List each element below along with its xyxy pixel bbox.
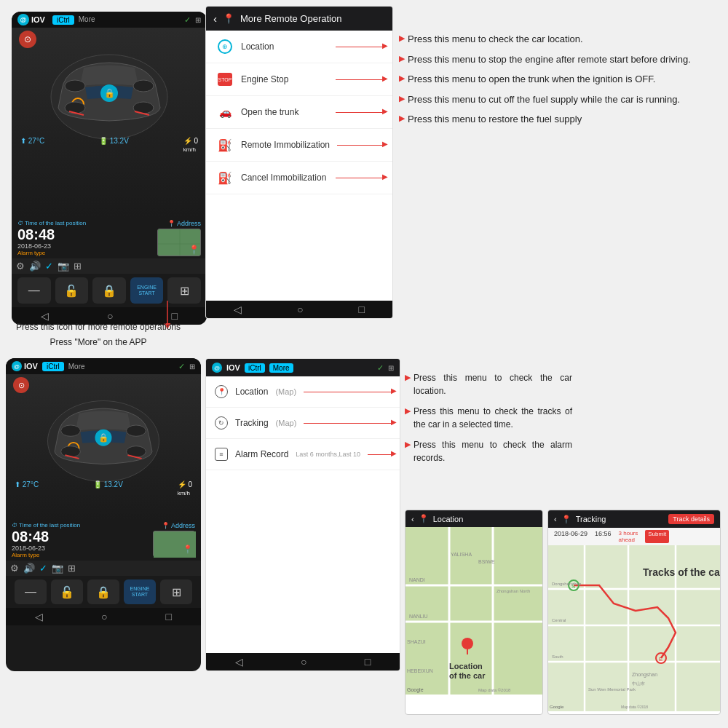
bottom-more-tab[interactable]: More bbox=[68, 363, 85, 371]
svg-point-5 bbox=[65, 80, 85, 92]
bottom-alarm-desc-row: ▶ Press this menu to check the alarm rec… bbox=[405, 438, 572, 464]
bottom-volume-icon[interactable]: 🔊 bbox=[23, 563, 35, 574]
svg-text:Location: Location bbox=[449, 662, 483, 670]
iov-logo: @ IOV bbox=[17, 14, 45, 25]
submit-btn[interactable]: Submit bbox=[645, 530, 669, 543]
location-back-icon[interactable]: ‹ bbox=[411, 515, 414, 523]
bottom-clock: 08:48 bbox=[12, 529, 80, 545]
panel-square-nav[interactable]: □ bbox=[359, 304, 365, 315]
more-menu-home-nav[interactable]: ○ bbox=[301, 656, 306, 668]
volume-icon[interactable]: 🔊 bbox=[29, 261, 41, 272]
bottom-camera-icon[interactable]: 📷 bbox=[52, 563, 63, 574]
bottom-lock2-button[interactable]: 🔒 bbox=[87, 579, 119, 604]
track-details-btn[interactable]: Track details bbox=[668, 514, 714, 524]
check-active-icon[interactable]: ✓ bbox=[45, 261, 53, 272]
bottom-grid-icon: ⊞ bbox=[189, 363, 195, 371]
bottom-alarm-arrow: ▶ bbox=[405, 440, 411, 449]
engine-stop-icon: STOP bbox=[216, 71, 234, 88]
bottom-last-update: ⏱ Time of the last position bbox=[12, 522, 80, 529]
more-menu-location[interactable]: 📍 Location (Map) ▶ bbox=[206, 376, 400, 408]
location-circle-icon: 📍 bbox=[215, 385, 228, 398]
track-hours-label: 3 hoursahead bbox=[619, 530, 638, 543]
bottom-settings-icon[interactable]: ⚙ bbox=[10, 563, 19, 574]
bottom-ictrl-tab[interactable]: iCtrl bbox=[42, 362, 64, 371]
bottom-minus-button[interactable]: — bbox=[15, 579, 47, 604]
menu-item-trunk[interactable]: 🚗 Open the trunk bbox=[206, 96, 392, 129]
tracking-menu-line: ▶ bbox=[304, 423, 391, 424]
svg-text:Google: Google bbox=[550, 705, 564, 709]
bottom-check-active-icon[interactable]: ✓ bbox=[39, 563, 47, 574]
tracking-map: S E Dongshenzhen Central South Zhongshan… bbox=[548, 545, 720, 711]
trunk-arrow-line bbox=[336, 112, 382, 113]
top-descriptions: ▶ Press this menu to check the car locat… bbox=[399, 32, 724, 132]
settings-icon[interactable]: ⚙ bbox=[16, 261, 25, 272]
trunk-desc-row: ▶ Press this menu to open the trunk when… bbox=[399, 72, 724, 87]
bottom-back-nav[interactable]: ◁ bbox=[35, 611, 43, 622]
car-svg: 🔒 ! bbox=[25, 50, 193, 144]
toyota-badge: ⊙ bbox=[19, 31, 36, 48]
menu-item-cancel-immobilization[interactable]: ⛽ Cancel Immobilization bbox=[206, 162, 392, 194]
tracking-back-icon[interactable]: ‹ bbox=[554, 515, 557, 523]
trunk-desc-arrow: ▶ bbox=[399, 74, 405, 83]
tracking-screenshot: ‹ 📍 Tracking Track details 2018-06-29 16… bbox=[547, 510, 721, 715]
location-header-icon: 📍 bbox=[419, 514, 429, 523]
menu-item-immobilization[interactable]: ⛽ Remote Immobilization bbox=[206, 129, 392, 162]
more-menu-back-nav[interactable]: ◁ bbox=[235, 656, 243, 668]
bottom-lock-button[interactable]: 🔓 bbox=[51, 579, 83, 604]
more-active-tab[interactable]: More bbox=[269, 363, 293, 373]
panel-back-nav[interactable]: ◁ bbox=[234, 304, 242, 315]
bottom-engine-start-button[interactable]: ENGINESTART bbox=[124, 579, 156, 604]
alarm-display: Alarm type bbox=[17, 250, 86, 256]
alarm-record-sub: Last 6 months,Last 10 bbox=[296, 451, 360, 458]
svg-text:NANDI: NANDI bbox=[409, 577, 425, 582]
clock-display: 08:48 bbox=[17, 226, 86, 242]
bottom-car-svg: 🔒 ! bbox=[23, 395, 183, 488]
bottom-nav-bar: ◁ ○ □ bbox=[6, 608, 201, 625]
more-menu-square-nav[interactable]: □ bbox=[365, 656, 371, 668]
more-menu-items: 📍 Location (Map) ▶ ↻ Tracking (Map) ▶ ≡ … bbox=[206, 376, 400, 470]
more-tab-top[interactable]: More bbox=[79, 15, 95, 25]
tracking-header-icon: 📍 bbox=[561, 515, 571, 524]
date-display: 2018-06-23 bbox=[17, 242, 86, 250]
bottom-logo-icon: @ bbox=[12, 361, 22, 371]
track-time: 16:56 bbox=[595, 530, 612, 543]
tracking-circle-icon: ↻ bbox=[215, 416, 228, 430]
bottom-logo-text: IOV bbox=[24, 362, 38, 371]
panel-home-nav[interactable]: ○ bbox=[297, 304, 303, 315]
grid2-icon[interactable]: ⊞ bbox=[74, 261, 82, 272]
bottom-location-desc: Press this menu to check the car locatio… bbox=[414, 371, 572, 397]
minus-button[interactable]: — bbox=[17, 277, 51, 304]
menu-item-engine-stop[interactable]: STOP Engine Stop bbox=[206, 63, 392, 96]
camera-icon[interactable]: 📷 bbox=[58, 261, 69, 272]
bottom-grid2-icon[interactable]: ⊞ bbox=[68, 563, 76, 574]
annotation-text: Press this icon for more remote operatio… bbox=[0, 320, 197, 349]
back-arrow-icon[interactable]: ‹ bbox=[213, 12, 217, 25]
panel-nav-bar: ◁ ○ □ bbox=[206, 301, 392, 318]
more-menu-tracking[interactable]: ↻ Tracking (Map) ▶ bbox=[206, 408, 400, 439]
track-time-row: 2018-06-29 16:56 3 hoursahead Submit bbox=[548, 528, 720, 545]
location-menu-arrow: ▶ bbox=[391, 387, 397, 395]
alarm-record-line: ▶ bbox=[368, 454, 391, 455]
ictrl-tab-top[interactable]: iCtrl bbox=[52, 15, 74, 25]
address-label: 📍 Address bbox=[167, 220, 201, 227]
location-screen-title: Location bbox=[433, 515, 464, 523]
engine-stop-desc-arrow: ▶ bbox=[399, 54, 405, 63]
lock-button[interactable]: 🔓 bbox=[55, 277, 89, 304]
more-menu-alarm[interactable]: ≡ Alarm Record Last 6 months,Last 10 ▶ bbox=[206, 439, 400, 470]
location-screen-header: ‹ 📍 Location bbox=[405, 510, 542, 527]
bottom-tracking-desc-row: ▶ Press this menu to check the tracks of… bbox=[405, 405, 572, 431]
engine-stop-desc: Press this menu to stop the engine after… bbox=[408, 52, 691, 67]
bottom-square-nav[interactable]: □ bbox=[166, 611, 172, 622]
svg-point-7 bbox=[65, 102, 85, 114]
more-ictrl-tab[interactable]: iCtrl bbox=[245, 363, 265, 373]
location-map: NANDI NANLIU YALISHA SHAZUI HEBEIXUN BSI… bbox=[405, 527, 542, 695]
menu-item-location[interactable]: ⊕ Location bbox=[206, 31, 392, 63]
location-desc: Press this menu to check the car locatio… bbox=[408, 32, 583, 47]
bottom-more-button[interactable]: ⊞ bbox=[160, 579, 192, 604]
lock2-button[interactable]: 🔒 bbox=[92, 277, 126, 304]
icon-annotation: Press this icon for more remote operatio… bbox=[0, 320, 197, 334]
bottom-home-nav[interactable]: ○ bbox=[101, 611, 107, 622]
tracking-screen-header: ‹ 📍 Tracking Track details bbox=[548, 510, 720, 528]
svg-point-22 bbox=[127, 425, 146, 436]
location-menu-line: ▶ bbox=[304, 392, 391, 392]
